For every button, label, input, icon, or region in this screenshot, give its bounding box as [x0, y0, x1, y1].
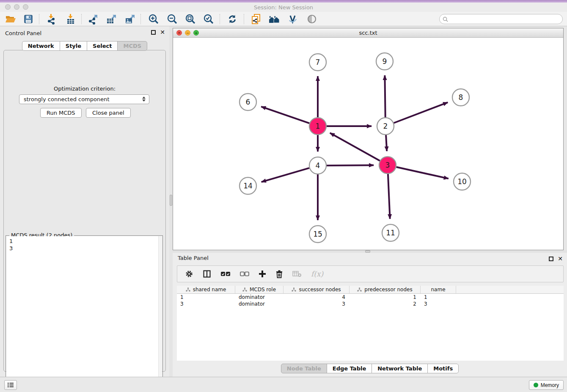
table-cell[interactable]: 3	[177, 301, 235, 307]
float-panel-icon[interactable]	[151, 30, 156, 35]
tab-network-table[interactable]: Network Table	[372, 364, 428, 373]
float-panel-icon[interactable]	[549, 257, 553, 261]
gear-button[interactable]	[185, 270, 193, 278]
table-cell[interactable]: 3	[284, 301, 350, 307]
edge-2-8[interactable]	[394, 102, 448, 123]
tab-mcds[interactable]: MCDS	[117, 41, 147, 51]
zoom-selected-button[interactable]	[201, 13, 217, 25]
divider-handle[interactable]	[170, 195, 172, 206]
column-header-shared-name[interactable]: shared name	[177, 286, 235, 293]
task-list-button[interactable]	[4, 380, 17, 390]
table-cell[interactable]: 1	[177, 294, 235, 301]
network-window-title: scc.txt	[359, 30, 377, 36]
add-row-button[interactable]	[259, 270, 266, 278]
column-label: MCDS role	[250, 287, 276, 293]
zoom-fit-icon	[185, 14, 196, 25]
columns-icon	[203, 270, 211, 278]
table-row[interactable]: 3dominator323	[177, 301, 564, 307]
network-canvas[interactable]: 1234678910111415	[173, 38, 563, 250]
column-header-successor-nodes[interactable]: successor nodes	[284, 286, 350, 293]
edge-4-3[interactable]	[327, 165, 374, 166]
search-field[interactable]	[439, 14, 563, 24]
control-panel-tabs: NetworkStyleSelectMCDS	[0, 41, 169, 51]
close-panel-icon[interactable]: ✕	[558, 257, 563, 261]
tab-network[interactable]: Network	[22, 41, 60, 51]
export-image-icon	[124, 14, 135, 25]
import-table-button[interactable]	[63, 13, 79, 25]
network-window-titlebar[interactable]: ✕ − + scc.txt	[173, 28, 563, 38]
table-cell[interactable]: 1	[350, 294, 421, 301]
zoom-out-button[interactable]	[164, 13, 180, 25]
maximize-window-icon[interactable]	[23, 4, 28, 10]
trash-icon	[275, 270, 283, 278]
export-table-button[interactable]	[103, 13, 119, 25]
column-label: name	[431, 287, 445, 293]
table-cell[interactable]: 2	[350, 301, 421, 307]
minimize-network-icon[interactable]: −	[185, 30, 190, 36]
tab-edge-table[interactable]: Edge Table	[327, 364, 372, 373]
optimization-criterion-select[interactable]: strongly connected component	[19, 94, 149, 104]
toolbar-separator	[81, 14, 82, 24]
table-cell[interactable]: 1	[421, 294, 456, 301]
memory-button[interactable]: Memory	[529, 380, 564, 390]
export-image-button[interactable]	[122, 13, 138, 25]
close-panel-icon[interactable]: ✕	[160, 30, 165, 35]
edge-2-9[interactable]	[385, 75, 385, 117]
tab-style[interactable]: Style	[60, 41, 87, 51]
clone-network-button[interactable]	[248, 13, 264, 25]
tab-select[interactable]: Select	[87, 41, 118, 51]
table-cell[interactable]: 3	[421, 301, 456, 307]
zoom-in-button[interactable]	[146, 13, 162, 25]
delete-table-button[interactable]	[292, 271, 302, 277]
node-label-1: 1	[316, 122, 320, 130]
save-session-button[interactable]	[20, 13, 36, 25]
node-label-3: 3	[385, 161, 390, 169]
vertical-split-divider[interactable]	[169, 26, 173, 378]
houses-button[interactable]	[266, 13, 282, 25]
edge-3-1[interactable]	[330, 133, 380, 161]
eye-icon	[306, 14, 317, 25]
column-header-MCDS-role[interactable]: MCDS role	[235, 286, 284, 293]
table-row[interactable]: 1dominator411	[177, 294, 564, 301]
delete-row-button[interactable]	[275, 270, 283, 278]
mcds-result-area[interactable]: 1 3	[6, 236, 162, 392]
column-label: shared name	[193, 287, 226, 293]
table-cell[interactable]: dominator	[235, 294, 284, 301]
open-file-button[interactable]	[3, 13, 19, 25]
search-input[interactable]	[450, 16, 562, 22]
tab-motifs[interactable]: Motifs	[427, 364, 459, 373]
close-window-icon[interactable]	[5, 4, 11, 10]
minimize-window-icon[interactable]	[14, 4, 19, 10]
tab-node-table[interactable]: Node Table	[281, 364, 327, 373]
edge-3-11[interactable]	[388, 174, 390, 219]
table-cell[interactable]: dominator	[235, 301, 284, 307]
import-network-button[interactable]	[43, 13, 59, 25]
column-header-name[interactable]: name	[421, 286, 456, 293]
close-network-icon[interactable]: ✕	[176, 30, 182, 36]
close-panel-button[interactable]: Close panel	[86, 108, 131, 118]
maximize-network-icon[interactable]: +	[193, 30, 199, 36]
edge-1-6[interactable]	[261, 107, 309, 123]
zoom-fit-button[interactable]	[182, 13, 198, 25]
select-all-checkboxes-button[interactable]	[220, 271, 231, 277]
result-scrollbar[interactable]	[158, 236, 162, 392]
eye-button[interactable]	[304, 13, 320, 25]
edge-2-3[interactable]	[386, 135, 387, 151]
edge-3-10[interactable]	[396, 167, 449, 179]
node-table[interactable]: shared nameMCDS rolesuccessor nodesprede…	[177, 286, 564, 361]
vizmapper-button[interactable]	[285, 13, 301, 25]
column-type-icon	[292, 287, 296, 292]
run-mcds-button[interactable]: Run MCDS	[40, 108, 82, 118]
edge-4-14[interactable]	[261, 168, 309, 182]
function-builder-icon[interactable]: f(x)	[311, 270, 323, 278]
window-title: Session: New Session	[254, 4, 313, 11]
refresh-layout-button[interactable]	[224, 13, 240, 25]
table-cell[interactable]: 4	[284, 294, 350, 301]
columns-button[interactable]	[203, 270, 211, 278]
traffic-lights[interactable]	[5, 4, 28, 10]
column-header-predecessor-nodes[interactable]: predecessor nodes	[350, 286, 421, 293]
table-toolbar: f(x)	[177, 265, 564, 282]
deselect-checkboxes-button[interactable]	[240, 271, 249, 276]
export-network-button[interactable]	[85, 13, 101, 25]
network-graph[interactable]: 1234678910111415	[173, 38, 563, 250]
